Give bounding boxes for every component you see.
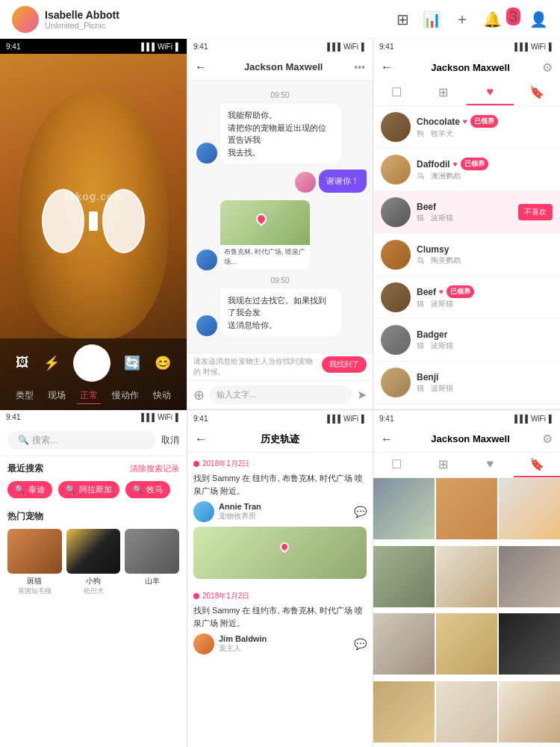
camera-tab-types[interactable]: 类型 xyxy=(13,388,37,404)
photos-back-button[interactable]: ← xyxy=(381,433,393,446)
chat-more-button[interactable]: ••• xyxy=(354,61,365,73)
photos-tab-bookmark[interactable]: 🔖 xyxy=(514,453,561,477)
fav-item-6[interactable]: Benji 猫 波斯猫 xyxy=(373,362,560,404)
photo-cell-0[interactable] xyxy=(373,478,435,539)
tag-item[interactable]: 🔍 泰迪 xyxy=(7,481,52,498)
chat-msg-map: 布鲁克林, 时代广场, 喷泉广场... xyxy=(193,199,367,270)
search-status-bar: 9:41 ▐▐▐ WiFi ▌ xyxy=(0,410,187,425)
chat-add-icon[interactable]: ⊕ xyxy=(193,387,205,403)
photo-cell-8[interactable] xyxy=(499,613,560,675)
photo-cell-11[interactable] xyxy=(499,681,560,743)
fav-avatar-5 xyxy=(381,325,411,355)
hot-pet-item-1[interactable]: 小狗 哈巴犬 xyxy=(66,529,121,596)
history-msg-icon-1[interactable]: 💬 xyxy=(354,638,367,650)
camera-status-bar: 9:41 ▐▐▐ WiFi ▌ xyxy=(0,39,187,54)
search-magnifier-icon: 🔍 xyxy=(18,435,29,445)
photo-cell-4[interactable] xyxy=(436,546,497,607)
chat-msg-left-0: 我能帮助你。请把你的宠物最近出现的位置告诉我我去找。 xyxy=(193,104,367,164)
main-area: 9:41 ▐▐▐ WiFi ▌ 3skog.com xyxy=(0,39,560,747)
photo-cell-2[interactable] xyxy=(499,478,560,539)
hot-pets-label: 热门宠物 xyxy=(7,510,43,523)
fav-item-1[interactable]: Daffodil ♥ 已领养 鸟 澳洲鹦鹉 xyxy=(373,149,560,191)
top-icons: ⊞ 📊 ＋ 🔔3 👤 xyxy=(396,9,548,29)
photos-tab-heart[interactable]: ♥ xyxy=(467,453,514,477)
history-date-1: 2018年1月2日 xyxy=(193,591,367,601)
fav-item-4[interactable]: Beef ♥ 已领养 猫 波斯猫 xyxy=(373,276,560,319)
tag-item[interactable]: 🔍 阿拉斯加 xyxy=(58,481,119,498)
c-wifi-icon: WiFi xyxy=(343,43,358,51)
add-icon[interactable]: ＋ xyxy=(455,9,470,29)
photo-cell-9[interactable] xyxy=(373,681,435,743)
tab-apps[interactable]: ⊞ xyxy=(420,81,467,105)
fav-avatar-0 xyxy=(381,112,411,142)
history-user-row-1: Jim Baldwin 宠主人 💬 xyxy=(193,633,367,654)
camera-tab-normal[interactable]: 正常 xyxy=(77,388,101,404)
photo-cell-1[interactable] xyxy=(436,478,497,539)
history-msg-icon-0[interactable]: 💬 xyxy=(354,506,367,518)
photo-cell-3[interactable] xyxy=(373,546,435,607)
grid-icon[interactable]: ⊞ xyxy=(396,10,409,28)
tag-item[interactable]: 🔍 牧马 xyxy=(125,481,170,498)
photos-gear-icon[interactable]: ⚙ xyxy=(542,432,553,446)
tab-bookmark[interactable]: 🔖 xyxy=(514,81,561,105)
flash-icon[interactable]: ⚡ xyxy=(43,355,60,371)
chart-icon[interactable]: 📊 xyxy=(423,10,441,28)
fav-item-7[interactable]: Baxter 猫 宠物猪 xyxy=(373,404,560,409)
s-wifi-icon: WiFi xyxy=(158,413,172,421)
bell-icon[interactable]: 🔔3 xyxy=(483,10,516,28)
photo-cell-5[interactable] xyxy=(499,546,560,607)
fav-badge-1: 已领养 xyxy=(461,158,488,170)
fav-item-2[interactable]: Beef 猫 波斯猫 不喜欢 xyxy=(373,191,560,234)
fav-avatar-6 xyxy=(381,368,411,397)
history-map-0 xyxy=(193,527,367,579)
fav-info-0: Chocolate ♥ 已领养 狗 牧羊犬 xyxy=(417,115,553,139)
history-desc-1: 找到 Sammy 在 纽约市, 布鲁克林, 时代广场 喷泉广场 附近。 xyxy=(193,604,367,629)
camera-tab-live[interactable]: 现场 xyxy=(45,388,69,404)
camera-tab-slow[interactable]: 慢动作 xyxy=(109,388,142,404)
chat-send-icon[interactable]: ➤ xyxy=(357,388,367,402)
search-input-box[interactable]: 🔍 搜索... xyxy=(7,431,155,450)
dislike-button[interactable]: 不喜欢 xyxy=(518,204,553,220)
fav-type-4: 猫 xyxy=(417,300,424,308)
photos-tab-apps[interactable]: ⊞ xyxy=(420,453,467,477)
clear-search-button[interactable]: 清除搜索记录 xyxy=(130,463,179,474)
map-bubble: 布鲁克林, 时代广场, 喷泉广场... xyxy=(220,200,310,269)
fav-item-0[interactable]: Chocolate ♥ 已领养 狗 牧羊犬 xyxy=(373,106,560,149)
photo-cell-6[interactable] xyxy=(373,613,435,675)
photos-tab-grid[interactable]: ☐ xyxy=(373,453,420,477)
profile-back-button[interactable]: ← xyxy=(381,61,393,74)
fav-type-0: 狗 xyxy=(417,129,424,137)
fav-avatar-3 xyxy=(381,240,411,270)
tab-grid[interactable]: ☐ xyxy=(373,81,420,105)
tab-heart[interactable]: ♥ xyxy=(467,81,514,105)
chat-back-button[interactable]: ← xyxy=(195,61,207,74)
fav-name-2: Beef xyxy=(417,202,518,212)
photo-cell-10[interactable] xyxy=(436,681,497,743)
hot-pet-item-0[interactable]: 斑猫 英国短毛猫 xyxy=(7,529,62,596)
battery-icon: ▌ xyxy=(175,43,181,51)
status-time: 9:41 xyxy=(6,43,20,51)
history-user-name-1: Jim Baldwin xyxy=(219,634,349,643)
hot-pet-name-1: 小狗 xyxy=(66,576,121,586)
search-status-time: 9:41 xyxy=(6,413,20,421)
history-list: 2018年1月2日 找到 Sammy 在 纽约市, 布鲁克林, 时代广场 喷泉广… xyxy=(187,453,373,747)
photo-cell-7[interactable] xyxy=(436,613,497,675)
history-avatar-0 xyxy=(193,501,214,522)
emoji-icon[interactable]: 😊 xyxy=(155,355,171,371)
profile-name: Jackson Maxwell xyxy=(399,62,542,73)
flip-icon[interactable]: 🔄 xyxy=(124,355,140,371)
shutter-button[interactable] xyxy=(73,344,111,382)
chat-input-field[interactable]: 输入文字... xyxy=(209,385,352,404)
history-back-button[interactable]: ← xyxy=(195,433,207,446)
person-icon[interactable]: 👤 xyxy=(529,10,548,28)
profile-gear-icon[interactable]: ⚙ xyxy=(542,61,553,75)
history-user-row-0: Annie Tran 宠物收养所 💬 xyxy=(193,501,367,522)
search-cancel-button[interactable]: 取消 xyxy=(161,434,179,447)
camera-tab-fast[interactable]: 快动 xyxy=(150,388,174,404)
chat-status-time: 9:41 xyxy=(193,43,208,51)
found-button[interactable]: 我找到了 xyxy=(322,356,367,373)
hot-pet-item-2[interactable]: 山羊 xyxy=(125,529,179,596)
fav-item-3[interactable]: Clumsy 鸟 陶美鹦鹉 xyxy=(373,234,560,276)
gallery-icon[interactable]: 🖼 xyxy=(16,355,29,371)
fav-item-5[interactable]: Badger 猫 波斯猫 xyxy=(373,319,560,362)
